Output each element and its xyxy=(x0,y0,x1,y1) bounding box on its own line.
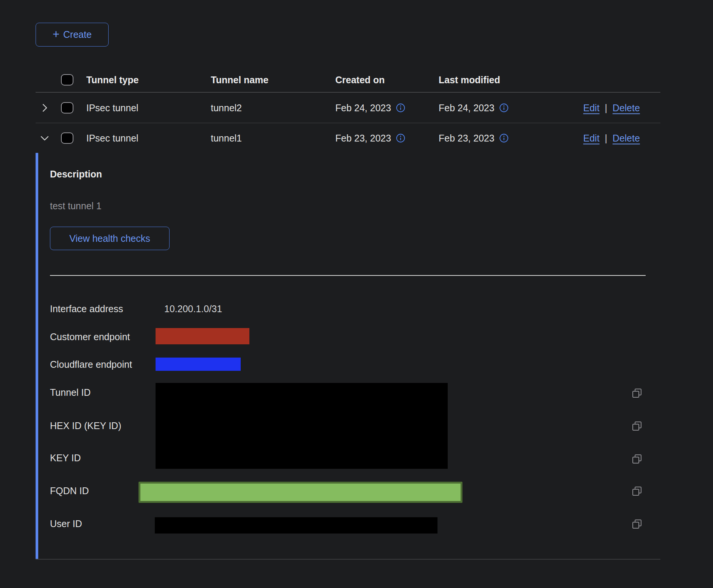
header-tunnel-type: Tunnel type xyxy=(86,75,139,86)
table-row: IPsec tunnel tunnel1 Feb 23, 2023 Feb 23… xyxy=(0,123,713,153)
header-created-on: Created on xyxy=(335,75,385,86)
description-value: test tunnel 1 xyxy=(50,201,101,212)
create-button[interactable]: + Create xyxy=(36,23,109,47)
cloudflare-endpoint-label: Cloudflare endpoint xyxy=(50,359,132,370)
row-checkbox[interactable] xyxy=(61,102,73,114)
created-date: Feb 23, 2023 xyxy=(335,133,391,144)
info-icon[interactable] xyxy=(396,103,405,112)
actions-separator: | xyxy=(605,102,607,113)
created-on-cell: Feb 24, 2023 xyxy=(335,102,405,113)
delete-link[interactable]: Delete xyxy=(613,133,640,144)
plus-icon: + xyxy=(53,28,59,40)
last-modified-cell: Feb 23, 2023 xyxy=(439,133,509,144)
ids-redacted-value-block xyxy=(156,383,448,469)
copy-icon[interactable] xyxy=(631,485,643,497)
cloudflare-endpoint-redacted-value xyxy=(156,358,241,371)
modified-date: Feb 23, 2023 xyxy=(439,133,494,144)
chevron-right-icon[interactable] xyxy=(39,102,50,114)
fqdn-id-label: FQDN ID xyxy=(50,485,89,496)
edit-link[interactable]: Edit xyxy=(583,133,599,144)
description-heading: Description xyxy=(50,169,102,180)
customer-endpoint-label: Customer endpoint xyxy=(50,331,130,342)
select-all-checkbox[interactable] xyxy=(61,74,73,86)
created-on-cell: Feb 23, 2023 xyxy=(335,133,405,144)
actions-separator: | xyxy=(605,133,607,144)
copy-icon[interactable] xyxy=(631,387,643,399)
table-row: IPsec tunnel tunnel2 Feb 24, 2023 Feb 24… xyxy=(0,93,713,123)
header-tunnel-name: Tunnel name xyxy=(211,75,268,86)
info-icon[interactable] xyxy=(499,134,509,143)
tunnel-type-cell: IPsec tunnel xyxy=(86,133,139,144)
user-id-label: User ID xyxy=(50,518,82,529)
info-icon[interactable] xyxy=(499,103,509,112)
copy-icon[interactable] xyxy=(631,420,643,432)
create-button-label: Create xyxy=(63,29,92,40)
delete-link[interactable]: Delete xyxy=(613,102,640,113)
table-header-row: Tunnel type Tunnel name Created on Last … xyxy=(0,67,713,92)
panel-divider xyxy=(50,275,646,276)
row-actions: Edit | Delete xyxy=(583,133,640,144)
expanded-panel-accent-bar xyxy=(36,153,38,559)
last-modified-cell: Feb 24, 2023 xyxy=(439,102,509,113)
tunnels-page: + Create Tunnel type Tunnel name Created… xyxy=(0,0,713,588)
edit-link[interactable]: Edit xyxy=(583,102,599,113)
chevron-down-icon[interactable] xyxy=(39,132,50,144)
tunnel-name-cell: tunnel1 xyxy=(211,133,242,144)
panel-bottom-divider xyxy=(36,559,660,560)
view-health-checks-button[interactable]: View health checks xyxy=(50,227,170,250)
tunnel-id-label: Tunnel ID xyxy=(50,387,90,398)
tunnel-type-cell: IPsec tunnel xyxy=(86,102,139,113)
copy-icon[interactable] xyxy=(631,518,643,530)
view-health-checks-label: View health checks xyxy=(69,233,150,244)
hex-id-label: HEX ID (KEY ID) xyxy=(50,420,121,431)
row-actions: Edit | Delete xyxy=(583,102,640,113)
tunnel-name-cell: tunnel2 xyxy=(211,102,242,113)
key-id-label: KEY ID xyxy=(50,453,81,464)
copy-icon[interactable] xyxy=(631,453,643,465)
interface-address-value: 10.200.1.0/31 xyxy=(164,303,222,314)
interface-address-label: Interface address xyxy=(50,303,123,314)
user-id-redacted-value xyxy=(155,517,437,534)
fqdn-id-redacted-value xyxy=(139,482,462,503)
info-icon[interactable] xyxy=(396,134,405,143)
row-checkbox[interactable] xyxy=(61,132,73,144)
created-date: Feb 24, 2023 xyxy=(335,102,391,113)
modified-date: Feb 24, 2023 xyxy=(439,102,494,113)
header-last-modified: Last modified xyxy=(439,75,500,86)
customer-endpoint-redacted-value xyxy=(156,328,249,344)
